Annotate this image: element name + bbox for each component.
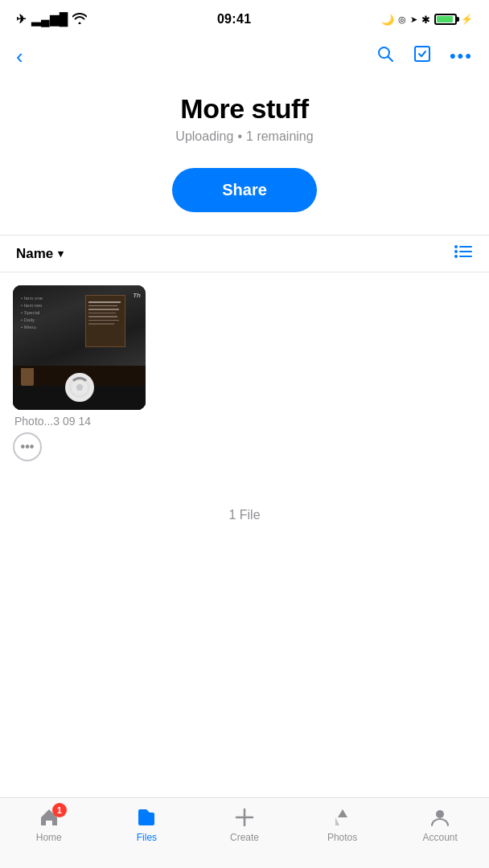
photos-icon — [331, 806, 354, 829]
file-more-button[interactable]: ••• — [13, 432, 42, 461]
tab-home-label: Home — [36, 832, 62, 843]
file-name: Photo...3 09 14 — [13, 415, 146, 428]
status-right: 🌙 ◎ ➤ ✱ ⚡ — [381, 14, 473, 26]
file-thumbnail[interactable]: • Item one • Item two • Special • Daily … — [13, 285, 146, 410]
dot-separator: • — [237, 129, 242, 143]
photos-icon-wrap — [331, 806, 354, 829]
svg-point-3 — [454, 245, 458, 248]
signal-icon: ▂▄▆█ — [31, 12, 68, 27]
status-left: ✈ ▂▄▆█ — [16, 12, 87, 27]
file-count: 1 File — [0, 468, 489, 587]
sort-button[interactable]: Name ▾ — [16, 246, 64, 262]
tab-home[interactable]: 1 Home — [25, 806, 73, 843]
tab-create[interactable]: Create — [220, 806, 269, 843]
nav-bar: ‹ ••• — [0, 35, 489, 77]
tab-create-label: Create — [230, 832, 259, 843]
tab-account[interactable]: Account — [416, 806, 464, 843]
header: More stuff Uploading•1 remaining — [0, 77, 489, 152]
sort-bar: Name ▾ — [0, 235, 489, 272]
svg-point-11 — [436, 810, 444, 818]
chevron-down-icon: ▾ — [58, 248, 64, 260]
account-icon-wrap — [429, 806, 451, 829]
account-icon — [429, 806, 451, 829]
battery-icon — [434, 14, 457, 25]
tab-files-label: Files — [137, 832, 157, 843]
status-time: 09:41 — [217, 12, 251, 27]
svg-rect-2 — [415, 47, 429, 61]
file-grid: • Item one • Item two • Special • Daily … — [0, 272, 489, 468]
svg-point-5 — [454, 255, 458, 258]
upload-progress-indicator — [65, 373, 94, 402]
create-icon — [233, 806, 256, 829]
files-icon-wrap — [135, 806, 158, 829]
home-icon-wrap: 1 — [38, 806, 60, 829]
tab-photos[interactable]: Photos — [318, 806, 367, 843]
bluetooth-icon: ✱ — [421, 14, 430, 26]
search-button[interactable] — [376, 44, 395, 68]
nav-actions: ••• — [376, 44, 473, 68]
tab-account-label: Account — [422, 832, 457, 843]
wifi-icon — [72, 13, 87, 27]
charging-icon: ⚡ — [461, 14, 473, 25]
uploading-label: Uploading — [175, 129, 233, 143]
share-button[interactable]: Share — [172, 168, 317, 212]
remaining-label: 1 remaining — [246, 129, 314, 143]
list-item: • Item one • Item two • Special • Daily … — [13, 285, 146, 461]
edit-button[interactable] — [413, 44, 432, 68]
sort-label-text: Name — [16, 246, 53, 262]
airplane-icon: ✈ — [16, 12, 27, 27]
upload-status: Uploading•1 remaining — [16, 129, 473, 144]
svg-point-4 — [454, 250, 458, 253]
compass-icon: ➤ — [410, 14, 417, 25]
share-button-wrap: Share — [0, 152, 489, 235]
status-bar: ✈ ▂▄▆█ 09:41 🌙 ◎ ➤ ✱ ⚡ — [0, 0, 489, 35]
file-count-label: 1 File — [228, 508, 260, 522]
back-button[interactable]: ‹ — [16, 44, 23, 69]
tab-photos-label: Photos — [327, 832, 357, 843]
list-view-button[interactable] — [454, 244, 473, 264]
tab-bar: 1 Home Files Create Photos — [0, 797, 489, 868]
album-title: More stuff — [16, 93, 473, 125]
moon-icon: 🌙 — [381, 14, 394, 26]
location-icon: ◎ — [398, 14, 406, 25]
create-icon-wrap — [233, 806, 256, 829]
more-button[interactable]: ••• — [450, 46, 473, 67]
files-icon — [135, 806, 158, 829]
home-badge: 1 — [52, 803, 67, 817]
tab-files[interactable]: Files — [122, 806, 171, 843]
svg-line-1 — [388, 57, 392, 62]
